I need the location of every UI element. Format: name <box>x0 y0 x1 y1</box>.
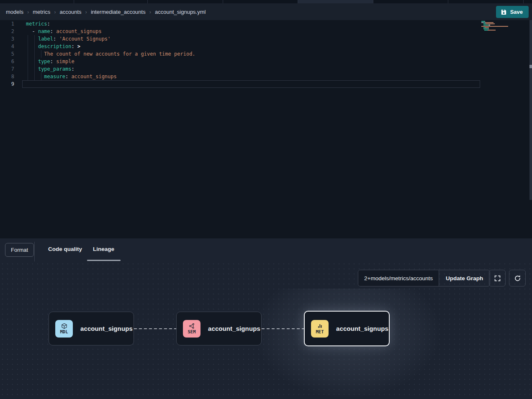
node-label: account_signups <box>208 325 260 332</box>
code-line[interactable]: type: simple <box>26 58 195 65</box>
lineage-selector-group: Update Graph <box>358 270 490 286</box>
breadcrumb-item-metrics[interactable]: metrics <box>33 9 50 15</box>
chevron-right-icon: › <box>85 9 87 15</box>
floppy-disk-icon <box>501 9 507 15</box>
node-label: account_signups <box>80 325 133 332</box>
code-line[interactable]: measure: account_signups <box>26 73 195 80</box>
line-number: 5 <box>0 50 14 58</box>
fullscreen-expand-icon <box>494 275 501 282</box>
editor-tab[interactable] <box>223 0 298 3</box>
line-number: 3 <box>0 35 14 43</box>
save-button[interactable]: Save <box>496 6 529 18</box>
code-line[interactable]: description: > <box>26 43 195 50</box>
line-number: 6 <box>0 58 14 65</box>
panel-divider <box>34 242 35 261</box>
editor-tab-strip <box>0 0 532 3</box>
indent-guide <box>41 50 41 58</box>
format-button[interactable]: Format <box>5 243 34 257</box>
tab-code-quality-label: Code quality <box>48 246 82 252</box>
code-line[interactable]: label: 'Account Signups' <box>26 35 195 43</box>
breadcrumb-item-intermediate-accounts[interactable]: intermediate_accounts <box>91 9 146 15</box>
indent-guide <box>28 35 28 80</box>
editor-tab[interactable] <box>448 0 524 3</box>
line-number: 9 <box>0 80 14 88</box>
refresh-icon <box>514 275 521 282</box>
line-number: 7 <box>0 65 14 73</box>
tab-lineage-label: Lineage <box>93 246 114 252</box>
indent-guide <box>34 35 35 80</box>
code-line[interactable]: metrics: <box>26 20 195 28</box>
code-line[interactable]: The count of new accounts for a given ti… <box>26 50 195 58</box>
metric-badge: MET <box>311 320 329 338</box>
semantic-badge-label: SEM <box>188 330 196 334</box>
code-line[interactable]: - name: account_signups <box>26 28 195 35</box>
metric-badge-label: MET <box>316 330 324 334</box>
breadcrumb-item-accounts[interactable]: accounts <box>60 9 82 15</box>
bar-chart-icon <box>317 323 323 329</box>
chevron-right-icon: › <box>27 9 29 15</box>
breadcrumb-item-file[interactable]: account_signups.yml <box>155 9 206 15</box>
code-editor[interactable]: 123456789 metrics: - name: account_signu… <box>0 20 532 238</box>
active-tab-underline <box>87 260 121 261</box>
minimap-content <box>481 21 528 32</box>
cube-icon <box>61 323 67 329</box>
chevron-right-icon: › <box>149 9 151 15</box>
model-badge: MDL <box>55 320 73 338</box>
editor-tab[interactable] <box>373 0 448 3</box>
tab-code-quality[interactable]: Code quality <box>48 246 82 252</box>
scrollbar-thumb[interactable] <box>529 65 532 68</box>
lineage-selector-input[interactable] <box>358 270 439 286</box>
refresh-button[interactable] <box>509 270 526 286</box>
editor-scrollbar[interactable] <box>529 20 532 200</box>
model-badge-label: MDL <box>60 330 68 334</box>
indent-guide <box>41 73 41 80</box>
line-number: 2 <box>0 28 14 35</box>
editor-tab-active[interactable] <box>298 0 373 3</box>
editor-tab[interactable] <box>0 0 74 3</box>
lineage-node-metric-selected[interactable]: MET account_signups <box>304 311 390 346</box>
share-network-icon <box>189 323 195 329</box>
bottom-panel: Format Code quality Lineage Update Graph <box>0 238 532 399</box>
semantic-badge: SEM <box>183 320 200 338</box>
minimap[interactable] <box>481 21 528 32</box>
line-number: 8 <box>0 73 14 80</box>
update-graph-button[interactable]: Update Graph <box>439 270 490 286</box>
save-button-label: Save <box>510 9 523 15</box>
editor-tab <box>524 0 532 3</box>
code-line[interactable] <box>26 80 195 88</box>
editor-tab[interactable] <box>74 0 148 3</box>
line-number: 1 <box>0 20 14 28</box>
editor-gutter: 123456789 <box>0 20 22 88</box>
chevron-right-icon: › <box>54 9 56 15</box>
breadcrumb-item-models[interactable]: models <box>6 9 23 15</box>
lineage-node-semantic-model[interactable]: SEM account_signups <box>176 312 262 345</box>
node-label: account_signups <box>336 325 388 332</box>
tab-lineage[interactable]: Lineage <box>93 246 114 252</box>
editor-code[interactable]: metrics: - name: account_signups label: … <box>26 20 195 88</box>
fullscreen-button[interactable] <box>489 270 506 286</box>
line-number: 4 <box>0 43 14 50</box>
breadcrumb-bar: models › metrics › accounts › intermedia… <box>0 3 532 20</box>
code-line[interactable]: type_params: <box>26 65 195 73</box>
lineage-node-model[interactable]: MDL account_signups <box>49 312 134 345</box>
editor-tab[interactable] <box>148 0 223 3</box>
